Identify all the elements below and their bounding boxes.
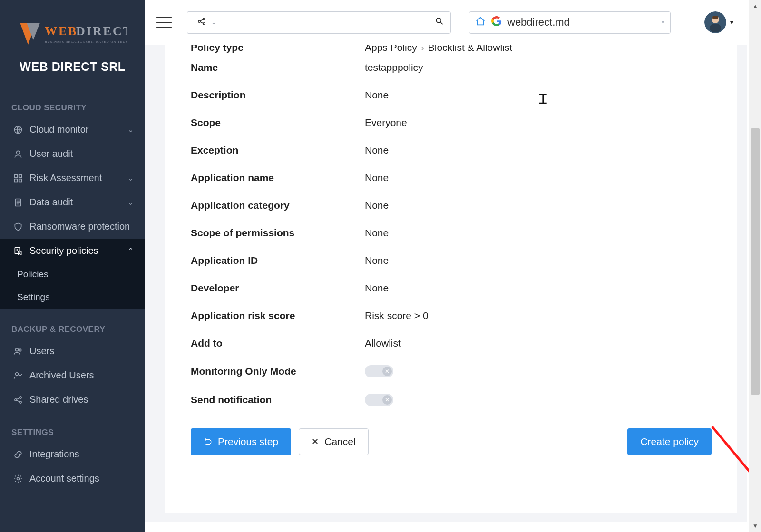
field-value-suffix: Blocklist & Allowlist <box>428 45 512 53</box>
svg-point-13 <box>19 349 21 351</box>
sidebar-item-users[interactable]: Users <box>0 339 145 363</box>
section-title-settings: SETTINGS <box>0 412 145 442</box>
search-field <box>225 11 451 34</box>
text-cursor-icon: Ꮖ <box>539 92 547 107</box>
archive-icon <box>11 371 25 380</box>
toggle-knob: ✕ <box>382 367 392 376</box>
toggle-knob: ✕ <box>382 395 392 405</box>
field-row: ScopeEveryone <box>191 109 712 136</box>
svg-point-12 <box>16 348 19 351</box>
previous-step-button[interactable]: ⮌ Previous step <box>191 428 291 455</box>
hamburger-menu-button[interactable] <box>156 14 173 31</box>
scroll-thumb[interactable] <box>751 128 760 395</box>
topbar: ⌄ webdirect.md ▾ ▾ <box>145 0 747 45</box>
share-type-dropdown[interactable]: ⌄ <box>187 11 225 34</box>
sidebar-item-cloud-monitor[interactable]: Cloud monitor ⌄ <box>0 117 145 142</box>
avatar <box>704 11 726 33</box>
toggle-switch[interactable]: ✕ <box>365 365 393 377</box>
gear-icon <box>11 474 25 484</box>
field-value: None <box>365 172 389 184</box>
scroll-down-button[interactable]: ▼ <box>749 520 761 532</box>
content-area: Policy typeApps Policy›Blocklist & Allow… <box>145 45 747 522</box>
field-value: None <box>365 200 389 211</box>
chevron-down-icon: ⌄ <box>211 19 216 26</box>
sidebar-item-label: Archived Users <box>29 370 134 381</box>
sidebar-item-label: Account settings <box>29 473 134 484</box>
field-row: Monitoring Only Mode✕ <box>191 357 712 386</box>
close-icon: ✕ <box>312 436 319 447</box>
url-dropdown[interactable]: webdirect.md ▾ <box>469 11 671 34</box>
field-row: Application risk scoreRisk score > 0 <box>191 302 712 329</box>
field-value: Allowlist <box>365 338 401 349</box>
sidebar-item-risk-assessment[interactable]: Risk Assessment ⌄ <box>0 166 145 190</box>
sidebar-item-label: Users <box>29 346 134 357</box>
svg-point-14 <box>16 372 19 375</box>
search-icon[interactable] <box>435 17 444 29</box>
field-label: Policy type <box>191 45 365 53</box>
svg-text:DIRECT: DIRECT <box>76 24 127 38</box>
chevron-down-icon: ⌄ <box>127 174 134 183</box>
footer-actions: ⮌ Previous step ✕ Cancel Create policy <box>191 428 712 455</box>
svg-point-5 <box>17 151 20 154</box>
create-policy-button[interactable]: Create policy <box>627 428 712 455</box>
company-name: WEB DIRECT SRL <box>0 60 145 74</box>
sidebar-item-label: Cloud monitor <box>29 124 127 135</box>
sidebar-item-label: Shared drives <box>29 394 134 405</box>
sidebar-subitem-policies[interactable]: Policies <box>0 263 145 286</box>
svg-rect-9 <box>19 179 22 182</box>
toggle-switch[interactable]: ✕ <box>365 394 393 406</box>
sidebar-item-label: Data audit <box>29 197 127 208</box>
sidebar-item-data-audit[interactable]: Data audit ⌄ <box>0 190 145 214</box>
sidebar-subitem-settings[interactable]: Settings <box>0 286 145 309</box>
caret-down-icon: ▾ <box>730 19 733 26</box>
share-icon <box>197 17 206 28</box>
policy-summary-card: Policy typeApps Policy›Blocklist & Allow… <box>165 45 737 513</box>
field-label: Exception <box>191 145 365 156</box>
field-label: Scope <box>191 117 365 128</box>
sidebar-item-integrations[interactable]: Integrations <box>0 442 145 466</box>
svg-point-18 <box>17 477 20 480</box>
field-row: Send notification✕ <box>191 386 712 414</box>
user-icon <box>11 149 25 159</box>
svg-rect-6 <box>15 174 18 177</box>
chevron-down-icon: ▾ <box>662 19 664 26</box>
chevron-right-icon: › <box>421 45 424 53</box>
sidebar-item-security-policies[interactable]: Security policies ⌃ <box>0 239 145 263</box>
brand-tagline: BUSINESS RELATIONSHIP BASED ON TRUST <box>45 40 127 44</box>
google-icon <box>491 16 502 29</box>
grid-icon <box>11 174 25 183</box>
sidebar-item-archived-users[interactable]: Archived Users <box>0 363 145 387</box>
sidebar-item-user-audit[interactable]: User audit <box>0 142 145 166</box>
field-row: Application categoryNone <box>191 192 712 219</box>
doc-icon <box>11 198 25 207</box>
field-row: DescriptionNone <box>191 81 712 109</box>
field-value: None <box>365 227 389 239</box>
sidebar-item-label: User audit <box>29 148 134 159</box>
field-value: None <box>365 145 389 156</box>
sidebar-item-label: Security policies <box>29 245 127 256</box>
field-label: Name <box>191 62 365 73</box>
field-label: Scope of permissions <box>191 227 365 239</box>
section-title-backup-recovery: BACKUP & RECOVERY <box>0 309 145 339</box>
scroll-up-button[interactable]: ▲ <box>749 0 761 12</box>
browser-scrollbar[interactable]: ▲ ▼ <box>749 0 761 532</box>
svg-rect-7 <box>19 174 22 177</box>
field-label: Send notification <box>191 394 365 406</box>
brand-logo: WEB DIRECT BUSINESS RELATIONSHIP BASED O… <box>0 0 145 80</box>
sidebar-item-ransomware-protection[interactable]: Ransomware protection <box>0 214 145 239</box>
svg-point-22 <box>436 18 441 23</box>
search-input[interactable] <box>225 11 451 34</box>
field-label: Monitoring Only Mode <box>191 366 365 377</box>
link-icon <box>11 450 25 459</box>
cancel-button[interactable]: ✕ Cancel <box>299 428 368 455</box>
chevron-down-icon: ⌄ <box>127 198 134 207</box>
sidebar-item-account-settings[interactable]: Account settings <box>0 466 145 491</box>
button-label: Cancel <box>324 436 355 447</box>
account-menu[interactable]: ▾ <box>704 11 733 33</box>
sidebar-item-label: Risk Assessment <box>29 173 127 184</box>
field-row: Application nameNone <box>191 164 712 192</box>
sidebar-item-shared-drives[interactable]: Shared drives <box>0 387 145 412</box>
sidebar-item-label: Integrations <box>29 449 134 460</box>
field-label: Developer <box>191 282 365 294</box>
arrow-left-icon: ⮌ <box>204 437 212 447</box>
